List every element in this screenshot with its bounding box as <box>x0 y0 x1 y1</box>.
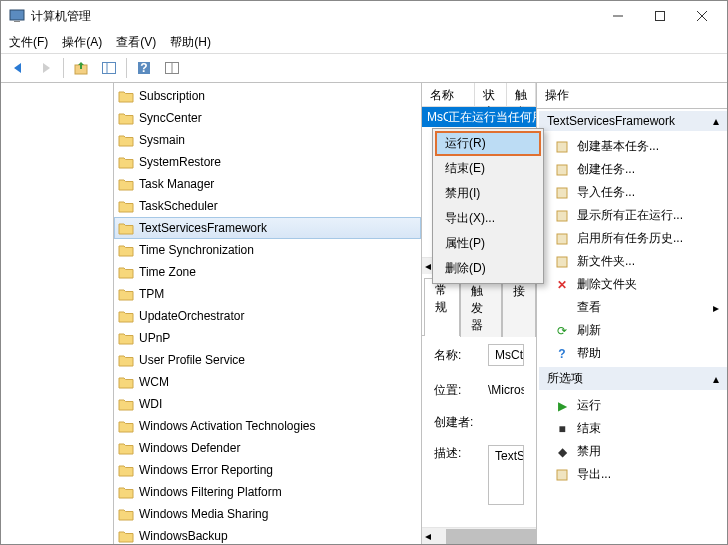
actions-title: 操作 <box>537 83 727 109</box>
folder-label: Windows Media Sharing <box>139 507 268 521</box>
folder-item[interactable]: Sysmain <box>114 129 421 151</box>
label-desc: 描述: <box>434 445 478 462</box>
action-item[interactable]: 导入任务... <box>537 181 727 204</box>
action-item[interactable]: 显示所有正在运行... <box>537 204 727 227</box>
col-name[interactable]: 名称 <box>422 83 475 106</box>
chevron-right-icon: ▸ <box>713 301 719 315</box>
folder-item[interactable]: Windows Activation Technologies <box>114 415 421 437</box>
folder-item[interactable]: SystemRestore <box>114 151 421 173</box>
show-hide-button[interactable] <box>96 56 122 80</box>
folder-item[interactable]: TaskScheduler <box>114 195 421 217</box>
minimize-button[interactable] <box>597 1 639 31</box>
details-hscroll[interactable]: ◂ <box>422 527 536 544</box>
tab-more[interactable]: 接 <box>502 279 536 337</box>
action-item[interactable]: 启用所有任务历史... <box>537 227 727 250</box>
help-button[interactable]: ? <box>131 56 157 80</box>
app-icon <box>9 7 25 26</box>
folder-item[interactable]: SyncCenter <box>114 107 421 129</box>
action-icon <box>555 141 569 153</box>
svg-rect-16 <box>557 142 567 152</box>
action-item[interactable]: ◆禁用 <box>537 440 727 463</box>
action-icon <box>555 164 569 176</box>
action-item[interactable]: ✕删除文件夹 <box>537 273 727 296</box>
folder-label: Windows Activation Technologies <box>139 419 316 433</box>
menu-action[interactable]: 操作(A) <box>62 34 102 51</box>
action-item[interactable]: ▶运行 <box>537 394 727 417</box>
forward-button[interactable] <box>33 56 59 80</box>
folder-item[interactable]: Time Synchronization <box>114 239 421 261</box>
folder-item[interactable]: WCM <box>114 371 421 393</box>
folder-label: WDI <box>139 397 162 411</box>
window-title: 计算机管理 <box>31 8 597 25</box>
folder-item[interactable]: UPnP <box>114 327 421 349</box>
folder-item[interactable]: Windows Media Sharing <box>114 503 421 525</box>
folder-item[interactable]: Windows Defender <box>114 437 421 459</box>
context-menu-item[interactable]: 导出(X)... <box>435 206 541 231</box>
close-button[interactable] <box>681 1 723 31</box>
folder-label: Time Synchronization <box>139 243 254 257</box>
value-author <box>488 420 524 426</box>
task-status: 正在运行 <box>448 109 496 126</box>
col-status[interactable]: 状态 <box>475 83 507 106</box>
properties-button[interactable] <box>159 56 185 80</box>
action-item[interactable]: 创建基本任务... <box>537 135 727 158</box>
action-icon: ✕ <box>555 278 569 292</box>
menubar: 文件(F) 操作(A) 查看(V) 帮助(H) <box>1 31 727 53</box>
tree-pane[interactable] <box>1 83 114 544</box>
action-icon <box>555 210 569 222</box>
value-location: \Microsoft\Windows\ <box>488 380 524 400</box>
folder-item[interactable]: WindowsBackup <box>114 525 421 544</box>
up-button[interactable] <box>68 56 94 80</box>
context-menu-item[interactable]: 删除(D) <box>435 256 541 281</box>
tab-triggers[interactable]: 触发器 <box>460 279 502 337</box>
folder-label: TaskScheduler <box>139 199 218 213</box>
folder-item[interactable]: Windows Error Reporting <box>114 459 421 481</box>
menu-help[interactable]: 帮助(H) <box>170 34 211 51</box>
action-item[interactable]: 查看▸ <box>537 296 727 319</box>
folder-item[interactable]: Time Zone <box>114 261 421 283</box>
back-button[interactable] <box>5 56 31 80</box>
folder-label: UPnP <box>139 331 170 345</box>
context-menu-item[interactable]: 属性(P) <box>435 231 541 256</box>
folder-item[interactable]: Task Manager <box>114 173 421 195</box>
tab-general[interactable]: 常规 <box>424 278 460 336</box>
action-group[interactable]: 所选项▴ <box>539 367 727 390</box>
context-menu-item[interactable]: 禁用(I) <box>435 181 541 206</box>
svg-rect-20 <box>557 234 567 244</box>
value-desc[interactable]: TextServicesFramewo <box>488 445 524 505</box>
action-item[interactable]: 创建任务... <box>537 158 727 181</box>
menu-file[interactable]: 文件(F) <box>9 34 48 51</box>
action-item[interactable]: ?帮助 <box>537 342 727 365</box>
context-menu-item[interactable]: 结束(E) <box>435 156 541 181</box>
context-menu-item[interactable]: 运行(R) <box>435 131 541 156</box>
label-location: 位置: <box>434 382 478 399</box>
svg-rect-17 <box>557 165 567 175</box>
folder-item[interactable]: WDI <box>114 393 421 415</box>
action-item[interactable]: 导出... <box>537 463 727 486</box>
folder-items[interactable]: SubscriptionSyncCenterSysmainSystemResto… <box>114 83 421 544</box>
folder-item[interactable]: TPM <box>114 283 421 305</box>
col-trigger[interactable]: 触发器 <box>507 83 536 106</box>
folder-item[interactable]: User Profile Service <box>114 349 421 371</box>
action-item[interactable]: 新文件夹... <box>537 250 727 273</box>
action-icon <box>555 233 569 245</box>
action-item[interactable]: ■结束 <box>537 417 727 440</box>
actions-body[interactable]: TextServicesFramework▴创建基本任务...创建任务...导入… <box>537 109 727 544</box>
action-group[interactable]: TextServicesFramework▴ <box>539 111 727 131</box>
task-row[interactable]: MsCtfMoni... 正在运行 当任何用 <box>422 107 536 127</box>
folder-label: Subscription <box>139 89 205 103</box>
action-item[interactable]: ⟳刷新 <box>537 319 727 342</box>
folder-item[interactable]: UpdateOrchestrator <box>114 305 421 327</box>
folder-item[interactable]: Subscription <box>114 85 421 107</box>
folder-label: Time Zone <box>139 265 196 279</box>
maximize-button[interactable] <box>639 1 681 31</box>
context-menu: 运行(R)结束(E)禁用(I)导出(X)...属性(P)删除(D) <box>432 128 544 284</box>
menu-view[interactable]: 查看(V) <box>116 34 156 51</box>
task-trigger: 当任何用 <box>496 109 536 126</box>
titlebar: 计算机管理 <box>1 1 727 31</box>
caret-up-icon: ▴ <box>713 114 719 128</box>
folder-item[interactable]: TextServicesFramework <box>114 217 421 239</box>
value-name[interactable]: MsCtfMonitor <box>488 344 524 366</box>
folder-item[interactable]: Windows Filtering Platform <box>114 481 421 503</box>
folder-label: UpdateOrchestrator <box>139 309 244 323</box>
